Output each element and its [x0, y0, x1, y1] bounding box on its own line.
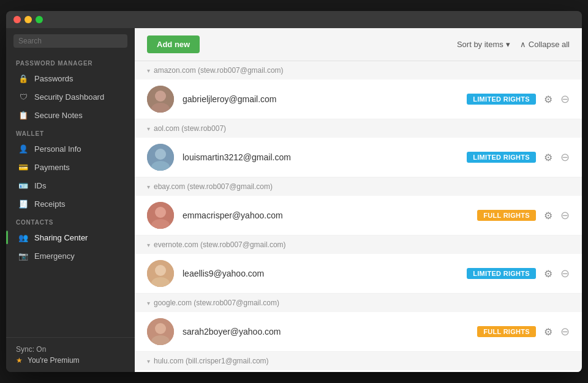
rights-badge: LIMITED RIGHTS	[467, 94, 536, 105]
sidebar-item-label: Sharing Center	[34, 233, 88, 242]
sidebar-item-secure-notes[interactable]: 📋 Secure Notes	[9, 106, 132, 124]
remove-icon[interactable]: ⊖	[560, 92, 570, 106]
sidebar-item-ids[interactable]: 🪪 IDs	[9, 176, 132, 195]
sidebar-item-personal-info[interactable]: 👤 Personal Info	[9, 139, 132, 158]
sidebar-item-sharing-center[interactable]: 👥 Sharing Center	[9, 228, 132, 247]
remove-icon[interactable]: ⊖	[560, 325, 570, 338]
table-row: sarah2boyer@yahoo.com FULL RIGHTS ⚙ ⊖	[135, 312, 582, 352]
sidebar-item-label: Personal Info	[34, 144, 81, 154]
app-window: PASSWORD MANAGER 🔒 Passwords 🛡 Security …	[6, 11, 582, 372]
settings-icon[interactable]: ⚙	[542, 152, 554, 163]
close-button[interactable]	[13, 16, 21, 23]
sync-label: Sync: On	[16, 345, 46, 354]
table-row: bill.crisper1@gmail.com	[135, 370, 582, 372]
emergency-icon: 📷	[18, 251, 28, 261]
rights-badge: LIMITED RIGHTS	[467, 268, 536, 279]
settings-icon[interactable]: ⚙	[542, 326, 554, 338]
sidebar-item-receipts[interactable]: 🧾 Receipts	[9, 195, 132, 213]
remove-icon[interactable]: ⊖	[560, 267, 570, 280]
table-row: louismartin3212@gmail.com LIMITED RIGHTS…	[135, 138, 582, 177]
shield-icon: 🛡	[18, 92, 28, 102]
sidebar-item-passwords[interactable]: 🔒 Passwords	[9, 69, 132, 87]
svg-point-4	[155, 149, 166, 160]
settings-icon[interactable]: ⚙	[542, 94, 554, 105]
titlebar	[6, 11, 582, 28]
contact-email: sarah2boyer@yahoo.com	[183, 327, 469, 337]
main-panel: Add new Sort by items ▾ ∧ Collapse all ▾	[135, 28, 582, 372]
rights-badge: FULL RIGHTS	[477, 210, 536, 221]
search-input[interactable]	[13, 34, 127, 48]
sync-info: Sync: On	[16, 345, 125, 354]
star-icon: ★	[16, 356, 23, 365]
sort-button[interactable]: Sort by items ▾	[457, 40, 510, 49]
group-title: evernote.com (stew.rob007@gmail.com)	[154, 240, 286, 249]
minimize-button[interactable]	[24, 16, 32, 23]
sidebar-item-label: Passwords	[34, 74, 74, 83]
group-header-ebay: ▾ ebay.com (stew.rob007@gmail.com)	[135, 177, 582, 196]
sidebar-item-label: IDs	[34, 181, 47, 190]
svg-point-10	[155, 265, 166, 276]
contact-actions: FULL RIGHTS ⚙ ⊖	[477, 209, 570, 222]
premium-label: You're Premium	[28, 356, 80, 365]
sidebar-item-payments[interactable]: 💳 Payments	[9, 158, 132, 176]
contact-email: gabrieljleroy@gmail.com	[183, 94, 458, 104]
collapse-label: Collapse all	[529, 40, 570, 49]
payment-icon: 💳	[18, 162, 28, 172]
section-label-contacts: CONTACTS	[6, 213, 135, 228]
sidebar-bottom: Sync: On ★ You're Premium	[6, 337, 135, 372]
table-row: gabrieljleroy@gmail.com LIMITED RIGHTS ⚙…	[135, 80, 582, 119]
lock-icon: 🔒	[18, 73, 28, 83]
add-new-button[interactable]: Add new	[147, 35, 200, 53]
contact-actions: LIMITED RIGHTS ⚙ ⊖	[467, 267, 570, 280]
sidebar-item-security-dashboard[interactable]: 🛡 Security Dashboard	[9, 87, 132, 106]
group-arrow-icon: ▾	[147, 358, 150, 365]
contact-email: emmacrisper@yahoo.com	[183, 210, 469, 220]
sidebar-item-label: Receipts	[34, 199, 66, 209]
sidebar-item-label: Emergency	[34, 251, 75, 261]
collapse-button[interactable]: ∧ Collapse all	[520, 40, 570, 49]
contacts-list: ▾ amazon.com (stew.rob007@gmail.com) gab…	[135, 61, 582, 372]
premium-info: ★ You're Premium	[16, 356, 125, 365]
traffic-lights	[13, 16, 43, 23]
contact-email: leaellis9@yahoo.com	[183, 269, 458, 278]
svg-point-13	[155, 323, 166, 334]
avatar	[147, 86, 174, 113]
group-header-google: ▾ google.com (stew.rob007@gmail.com)	[135, 294, 582, 312]
maximize-button[interactable]	[36, 16, 43, 23]
contact-actions: LIMITED RIGHTS ⚙ ⊖	[467, 151, 570, 164]
sidebar: PASSWORD MANAGER 🔒 Passwords 🛡 Security …	[6, 28, 135, 372]
table-row: leaellis9@yahoo.com LIMITED RIGHTS ⚙ ⊖	[135, 254, 582, 294]
notes-icon: 📋	[18, 110, 28, 120]
avatar	[147, 202, 174, 229]
contact-actions: FULL RIGHTS ⚙ ⊖	[477, 325, 570, 338]
avatar	[147, 260, 174, 287]
sidebar-item-label: Payments	[34, 163, 70, 172]
group-header-hulu: ▾ hulu.com (bill.crisper1@gmail.com)	[135, 352, 582, 370]
group-arrow-icon: ▾	[147, 184, 150, 190]
group-arrow-icon: ▾	[147, 300, 150, 307]
person-icon: 👤	[18, 144, 28, 154]
receipt-icon: 🧾	[18, 199, 28, 209]
contact-email: louismartin3212@gmail.com	[183, 152, 458, 162]
sidebar-item-label: Security Dashboard	[34, 92, 104, 102]
collapse-arrow-icon: ∧	[520, 40, 526, 49]
group-header-evernote: ▾ evernote.com (stew.rob007@gmail.com)	[135, 236, 582, 254]
avatar	[147, 144, 174, 171]
group-title: amazon.com (stew.rob007@gmail.com)	[154, 66, 284, 75]
main-toolbar: Add new Sort by items ▾ ∧ Collapse all	[135, 28, 582, 61]
group-title: google.com (stew.rob007@gmail.com)	[154, 299, 279, 307]
sort-label: Sort by items	[457, 40, 503, 49]
svg-point-7	[155, 207, 166, 218]
group-title: ebay.com (stew.rob007@gmail.com)	[154, 182, 273, 191]
rights-badge: LIMITED RIGHTS	[467, 152, 536, 163]
remove-icon[interactable]: ⊖	[560, 151, 570, 164]
table-row: emmacrisper@yahoo.com FULL RIGHTS ⚙ ⊖	[135, 196, 582, 236]
group-header-amazon: ▾ amazon.com (stew.rob007@gmail.com)	[135, 61, 582, 80]
sidebar-item-emergency[interactable]: 📷 Emergency	[9, 247, 132, 265]
search-container	[6, 28, 135, 54]
rights-badge: FULL RIGHTS	[477, 326, 536, 337]
sort-arrow-icon: ▾	[506, 40, 510, 49]
remove-icon[interactable]: ⊖	[560, 209, 570, 222]
settings-icon[interactable]: ⚙	[542, 210, 554, 221]
settings-icon[interactable]: ⚙	[542, 268, 554, 280]
